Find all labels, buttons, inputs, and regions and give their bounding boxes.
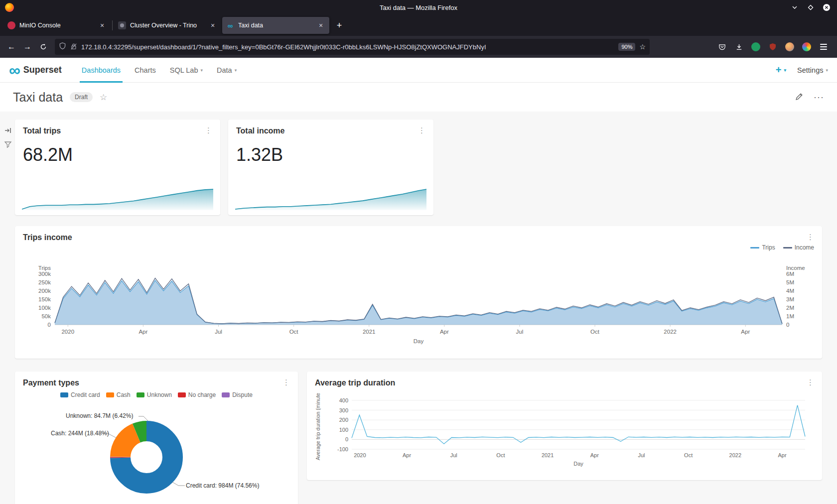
browser-toolbar: ← → 172.18.0.4:32295/superset/dashboard/… bbox=[0, 36, 837, 58]
new-content-button[interactable]: +▾ bbox=[776, 64, 786, 76]
chart-kebab-menu-icon[interactable]: ⋮ bbox=[418, 126, 425, 134]
filter-funnel-icon[interactable] bbox=[3, 139, 13, 149]
url-text[interactable]: 172.18.0.4:32295/superset/dashboard/1/?n… bbox=[81, 43, 614, 51]
svg-text:Jul: Jul bbox=[516, 329, 524, 335]
tab-minio-console[interactable]: MinIO Console × bbox=[3, 17, 111, 34]
total-income-sparkline-chart[interactable] bbox=[235, 187, 426, 210]
forward-button[interactable]: → bbox=[20, 39, 35, 54]
insecure-connection-lock-icon[interactable] bbox=[70, 43, 77, 51]
nav-item-sql-lab[interactable]: SQL Lab▾ bbox=[163, 58, 210, 83]
extension-green-icon[interactable] bbox=[748, 39, 763, 54]
svg-text:Oct: Oct bbox=[289, 329, 299, 335]
svg-text:Oct: Oct bbox=[496, 452, 505, 458]
tab-taxi-data[interactable]: ∞ Taxi data × bbox=[222, 17, 329, 34]
window-titlebar: Taxi data — Mozilla Firefox bbox=[0, 0, 837, 15]
chart-kebab-menu-icon[interactable]: ⋮ bbox=[807, 233, 814, 241]
svg-text:3M: 3M bbox=[786, 296, 794, 302]
tab-close-icon[interactable]: × bbox=[98, 21, 107, 30]
pocket-icon[interactable] bbox=[714, 39, 729, 54]
average-trip-duration-card: Average trip duration ⋮ Average trip dur… bbox=[307, 372, 822, 480]
nav-item-charts[interactable]: Charts bbox=[128, 58, 163, 83]
draft-status-badge: Draft bbox=[70, 92, 93, 102]
back-button[interactable]: ← bbox=[4, 39, 19, 54]
svg-text:2020: 2020 bbox=[354, 452, 366, 458]
dashboard-titlebar: Taxi data Draft ☆ ··· bbox=[0, 83, 837, 112]
chevron-down-icon: ▾ bbox=[200, 68, 203, 73]
main-nav: Dashboards Charts SQL Lab▾ Data▾ bbox=[75, 58, 244, 83]
svg-text:250k: 250k bbox=[38, 279, 51, 285]
expand-filter-bar-icon[interactable] bbox=[3, 126, 13, 135]
donut-label-cash: Cash: 244M (18.48%) bbox=[51, 430, 109, 437]
reload-button[interactable] bbox=[36, 39, 51, 54]
extension-pinwheel-icon[interactable] bbox=[799, 39, 814, 54]
svg-text:Apr: Apr bbox=[778, 452, 786, 458]
edit-pencil-icon[interactable] bbox=[795, 92, 804, 103]
settings-menu[interactable]: Settings▾ bbox=[797, 66, 828, 74]
zoom-level-badge[interactable]: 90% bbox=[618, 43, 635, 51]
superset-favicon-icon: ∞ bbox=[226, 21, 234, 29]
firefox-logo bbox=[5, 3, 14, 12]
total-trips-sparkline-chart[interactable] bbox=[22, 187, 213, 210]
chart-title: Total trips bbox=[23, 126, 61, 135]
tracking-protection-shield-icon[interactable] bbox=[59, 42, 66, 51]
trips-income-card: Trips income ⋮ Trips Income TripsIncome0… bbox=[15, 226, 822, 359]
superset-logo[interactable]: ∞ Superset bbox=[9, 62, 62, 78]
trips-income-chart[interactable]: TripsIncome050k100k150k200k250k300k01M2M… bbox=[23, 264, 814, 347]
chart-kebab-menu-icon[interactable]: ⋮ bbox=[205, 126, 212, 134]
filter-rail bbox=[3, 126, 13, 149]
favorite-star-icon[interactable]: ☆ bbox=[100, 92, 107, 103]
donut-label-unknown: Unknown: 84.7M (6.42%) bbox=[66, 412, 133, 419]
income-line-swatch bbox=[783, 247, 792, 249]
tab-label: MinIO Console bbox=[19, 22, 94, 29]
window-close-button[interactable] bbox=[822, 3, 831, 12]
superset-infinity-icon: ∞ bbox=[9, 62, 20, 78]
downloads-icon[interactable] bbox=[731, 39, 746, 54]
svg-text:0: 0 bbox=[48, 322, 51, 328]
chart-title: Total income bbox=[236, 126, 285, 135]
svg-text:2021: 2021 bbox=[542, 452, 554, 458]
menu-hamburger-icon[interactable] bbox=[816, 39, 831, 54]
tab-close-icon[interactable]: × bbox=[316, 21, 325, 30]
svg-text:Jul: Jul bbox=[638, 452, 645, 458]
trips-income-legend: Trips Income bbox=[750, 244, 814, 251]
svg-text:Jul: Jul bbox=[215, 329, 222, 335]
svg-text:300: 300 bbox=[339, 407, 348, 413]
svg-text:2022: 2022 bbox=[729, 452, 741, 458]
chart-title: Average trip duration bbox=[315, 378, 395, 387]
svg-text:1M: 1M bbox=[786, 313, 794, 319]
account-avatar-icon[interactable] bbox=[782, 39, 797, 54]
tab-trino-cluster[interactable]: Cluster Overview - Trino × bbox=[114, 17, 221, 34]
svg-text:Apr: Apr bbox=[403, 452, 411, 458]
tab-close-icon[interactable]: × bbox=[208, 21, 217, 30]
duration-y-axis-label: Average trip duration (minute bbox=[315, 393, 321, 460]
url-bar[interactable]: 172.18.0.4:32295/superset/dashboard/1/?n… bbox=[55, 39, 650, 55]
svg-text:5M: 5M bbox=[786, 279, 794, 285]
dashboard-more-menu-icon[interactable]: ··· bbox=[814, 92, 824, 103]
svg-text:0: 0 bbox=[345, 436, 348, 442]
tab-separator bbox=[112, 20, 113, 30]
nav-item-data[interactable]: Data▾ bbox=[210, 58, 244, 83]
legend-item-income[interactable]: Income bbox=[783, 244, 814, 251]
window-title: Taxi data — Mozilla Firefox bbox=[0, 4, 837, 11]
minio-favicon-icon bbox=[7, 21, 15, 29]
nav-item-dashboards[interactable]: Dashboards bbox=[75, 58, 128, 83]
average-trip-duration-chart[interactable]: -10001002003004002020AprJulOct2021AprJul… bbox=[330, 391, 812, 467]
svg-text:300k: 300k bbox=[38, 271, 51, 277]
window-maximize-button[interactable] bbox=[806, 3, 815, 12]
chevron-down-icon: ▾ bbox=[784, 68, 787, 73]
chart-kebab-menu-icon[interactable]: ⋮ bbox=[807, 378, 814, 386]
trips-line-swatch bbox=[750, 247, 759, 249]
tab-bar: MinIO Console × Cluster Overview - Trino… bbox=[0, 15, 837, 36]
window-minimize-button[interactable] bbox=[790, 3, 799, 12]
ublock-shield-icon[interactable] bbox=[765, 39, 780, 54]
svg-text:50k: 50k bbox=[41, 313, 51, 319]
tab-label: Taxi data bbox=[238, 22, 312, 29]
legend-item-trips[interactable]: Trips bbox=[750, 244, 775, 251]
new-tab-button[interactable]: + bbox=[332, 18, 347, 33]
total-income-value: 1.32B bbox=[228, 135, 433, 165]
total-trips-card: Total trips ⋮ 68.2M bbox=[15, 120, 220, 215]
dashboard-body: Total trips ⋮ 68.2M Total income ⋮ 1.32B… bbox=[0, 112, 837, 504]
svg-text:Oct: Oct bbox=[684, 452, 693, 458]
svg-text:2020: 2020 bbox=[61, 329, 74, 335]
bookmark-star-icon[interactable]: ☆ bbox=[639, 43, 646, 51]
